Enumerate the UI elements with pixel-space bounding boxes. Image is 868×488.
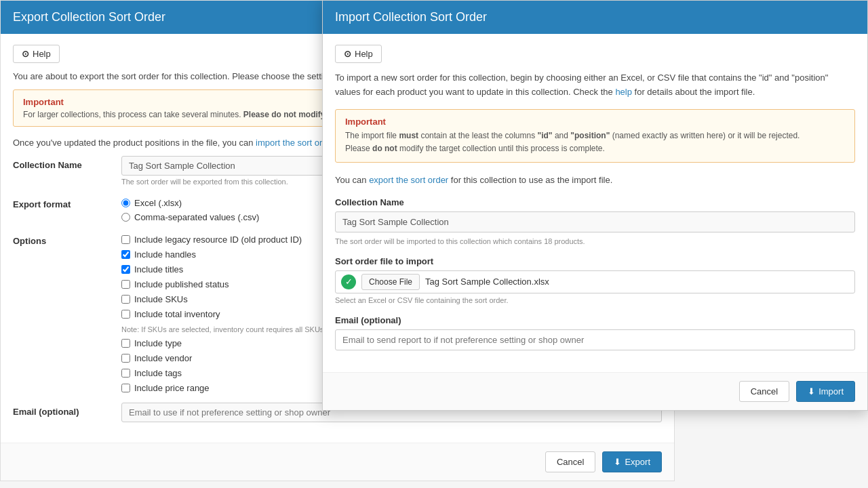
import-email-label: Email (optional) (335, 315, 855, 325)
vendor-checkbox[interactable] (121, 354, 130, 363)
export-button[interactable]: ⬇ Export (602, 451, 662, 472)
collection-name-label: Collection Name (13, 156, 121, 170)
import-important-line1: The import file must contain at the leas… (345, 129, 845, 142)
download-icon: ⬇ (614, 457, 621, 467)
export-help-button[interactable]: ⊙ Help (13, 45, 60, 63)
import-info-text: To import a new sort order for this coll… (335, 71, 855, 100)
import-download-icon: ⬇ (808, 386, 815, 396)
published-checkbox[interactable] (121, 280, 130, 289)
import-title: Import Collection Sort Order (335, 10, 487, 24)
import-you-can-text: You can export the sort order for this c… (335, 174, 855, 188)
import-help-button[interactable]: ⊙ Help (335, 45, 382, 63)
import-header: Import Collection Sort Order (323, 1, 867, 34)
file-upload-row: ✓ Choose File Tag Sort Sample Collection… (335, 270, 855, 293)
import-email-section: Email (optional) (335, 315, 855, 350)
import-file-label: Sort order file to import (335, 256, 855, 266)
import-cancel-button[interactable]: Cancel (739, 381, 789, 402)
options-label: Options (13, 232, 121, 246)
titles-checkbox[interactable] (121, 265, 130, 274)
import-help-link[interactable]: help (615, 87, 632, 97)
import-important-title: Important (345, 117, 845, 127)
price-range-checkbox[interactable] (121, 384, 130, 392)
type-checkbox[interactable] (121, 339, 130, 348)
help-circle-icon-import: ⊙ (344, 49, 351, 59)
handles-checkbox[interactable] (121, 250, 130, 259)
import-collection-name-section: Collection Name The sort order will be i… (335, 197, 855, 245)
format-excel-radio[interactable] (121, 199, 130, 207)
file-hint: Select an Excel or CSV file containing t… (335, 296, 855, 304)
import-collection-name-input[interactable] (335, 211, 855, 232)
help-circle-icon: ⊙ (22, 49, 29, 59)
import-button[interactable]: ⬇ Import (796, 381, 855, 402)
format-csv-radio[interactable] (121, 213, 130, 222)
export-footer: Cancel ⬇ Export (1, 443, 674, 481)
file-check-icon: ✓ (341, 274, 356, 289)
total-inventory-checkbox[interactable] (121, 310, 130, 319)
choose-file-button[interactable]: Choose File (361, 274, 420, 290)
import-collection-name-label: Collection Name (335, 197, 855, 207)
skus-checkbox[interactable] (121, 295, 130, 304)
import-footer: Cancel ⬇ Import (323, 372, 867, 410)
export-cancel-button[interactable]: Cancel (545, 451, 595, 472)
export-email-label: Email (optional) (13, 403, 121, 417)
import-email-input[interactable] (335, 329, 855, 350)
import-important-box: Important The import file must contain a… (335, 109, 855, 163)
legacy-checkbox[interactable] (121, 235, 130, 244)
import-important-line2: Please do not modify the target collecti… (345, 142, 845, 155)
import-modal: Import Collection Sort Order ⊙ Help To i… (322, 0, 868, 411)
file-name-text: Tag Sort Sample Collection.xlsx (425, 277, 549, 287)
tags-checkbox[interactable] (121, 369, 130, 378)
export-sort-order-link[interactable]: export the sort order (369, 175, 448, 185)
import-collection-name-hint: The sort order will be imported to this … (335, 237, 855, 245)
import-file-section: Sort order file to import ✓ Choose File … (335, 256, 855, 304)
export-title: Export Collection Sort Order (13, 10, 165, 24)
export-format-label: Export format (13, 195, 121, 209)
